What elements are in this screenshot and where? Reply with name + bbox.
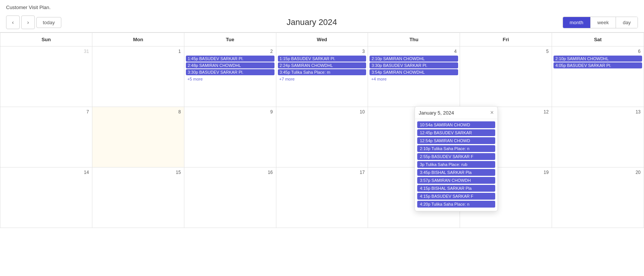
view-month-button[interactable]: month	[563, 17, 591, 28]
calendar-day-10[interactable]: 10	[276, 107, 368, 167]
popup-event-pill[interactable]: 4:20p Tulika Saha Place: n	[417, 201, 495, 208]
calendar-day-2[interactable]: 21:45p BASUDEV SARKAR Pl.2:48p SAMIRAN C…	[184, 47, 276, 107]
calendar-day-31[interactable]: 31	[0, 47, 92, 107]
event-pill[interactable]: 2:10p SAMIRAN CHOWDHL	[554, 56, 642, 62]
calendar-day-9[interactable]: 9	[184, 107, 276, 167]
calendar-week-1: 78910111213	[0, 107, 644, 167]
popup-close-button[interactable]: ×	[490, 110, 494, 116]
calendar-grid: SunMonTueWedThuFriSat 31121:45p BASUDEV …	[0, 33, 644, 228]
event-pill[interactable]: 1:45p BASUDEV SARKAR Pl.	[186, 56, 274, 62]
calendar-week-2: 14151617181920	[0, 167, 644, 228]
popup-event-pill[interactable]: 4:15p BISHAL SARKAR Pla	[417, 185, 495, 192]
popup-event-pill[interactable]: 3:57p SAMIRAN CHOWDH	[417, 177, 495, 184]
day-number: 4	[370, 48, 458, 56]
more-events-link[interactable]: +7 more	[278, 76, 366, 82]
calendar-day-14[interactable]: 14	[0, 167, 92, 228]
event-pill[interactable]: 2:10p SAMIRAN CHOWDHL	[370, 56, 458, 62]
event-pill[interactable]: 3:54p SAMIRAN CHOWDHL	[370, 69, 458, 75]
popup-date: January 5, 2024	[419, 110, 454, 116]
popup-event-pill[interactable]: 10:54a SAMIRAN CHOWD	[417, 121, 495, 128]
day-number: 3	[278, 48, 366, 56]
day-number: 2	[186, 48, 274, 56]
calendar-day-17[interactable]: 17	[276, 167, 368, 228]
popup-event-pill[interactable]: 2:55p BASUDEV SARKAR F	[417, 153, 495, 160]
view-week-button[interactable]: week	[591, 17, 616, 28]
page-title: Customer Visit Plan.	[0, 0, 644, 12]
view-day-button[interactable]: day	[616, 17, 638, 28]
day-number: 20	[554, 169, 642, 177]
more-events-link[interactable]: +5 more	[186, 76, 274, 82]
event-pill[interactable]: 4:05p BASUDEV SARKAR Pl.	[554, 62, 642, 68]
day-number: 8	[94, 109, 182, 116]
today-button[interactable]: today	[36, 17, 61, 28]
nav-buttons: ‹ › today	[6, 16, 61, 29]
day-header-mon: Mon	[92, 33, 184, 47]
day-header-sun: Sun	[0, 33, 92, 47]
popup-event-pill[interactable]: 2:10p Tulika Saha Place: n	[417, 145, 495, 152]
calendar-header: ‹ › today January 2024 month week day	[0, 12, 644, 33]
calendar-day-15[interactable]: 15	[92, 167, 184, 228]
day-number: 16	[186, 169, 274, 177]
day-header-wed: Wed	[276, 33, 368, 47]
more-events-link[interactable]: +4 more	[370, 76, 458, 82]
day-number: 1	[94, 48, 182, 56]
popup-event-pill[interactable]: 3:45p BISHAL SARKAR Pla	[417, 169, 495, 176]
event-pill[interactable]: 3:30p BASUDEV SARKAR Pl.	[186, 69, 274, 75]
calendar-day-4[interactable]: 42:10p SAMIRAN CHOWDHL3:30p BASUDEV SARK…	[368, 47, 460, 107]
popup-event-pill[interactable]: 12:45p BASUDEV SARKAR	[417, 129, 495, 136]
next-button[interactable]: ›	[21, 16, 35, 29]
popup-event-pill[interactable]: 3p Tulika Saha Place: rub	[417, 161, 495, 168]
day-number: 15	[94, 169, 182, 177]
popup-event-pill[interactable]: 12:54p SAMIRAN CHOWD	[417, 137, 495, 144]
calendar-wrapper: SunMonTueWedThuFriSat 31121:45p BASUDEV …	[0, 33, 644, 228]
day-number: 10	[278, 109, 366, 116]
event-pill[interactable]: 1:15p BASUDEV SARKAR Pl.	[278, 56, 366, 62]
calendar-day-6[interactable]: 62:10p SAMIRAN CHOWDHL4:05p BASUDEV SARK…	[552, 47, 644, 107]
calendar-day-8[interactable]: 8	[92, 107, 184, 167]
calendar-day-20[interactable]: 20	[552, 167, 644, 228]
view-buttons: month week day	[563, 17, 638, 28]
event-pill[interactable]: 2:48p SAMIRAN CHOWDHL	[186, 62, 274, 68]
calendar-title: January 2024	[287, 17, 337, 27]
calendar-day-7[interactable]: 7	[0, 107, 92, 167]
popup-event-pill[interactable]: 4:15p BASUDEV SARKAR F	[417, 193, 495, 200]
calendar-day-5[interactable]: 5	[460, 47, 552, 107]
day-number: 13	[554, 109, 642, 116]
day-number: 7	[2, 109, 90, 116]
event-pill[interactable]: 3:30p BASUDEV SARKAR Pl.	[370, 62, 458, 68]
popup-events: 10:54a SAMIRAN CHOWD12:45p BASUDEV SARKA…	[415, 119, 497, 211]
day-header-fri: Fri	[460, 33, 552, 47]
day-header-tue: Tue	[184, 33, 276, 47]
calendar-day-3[interactable]: 31:15p BASUDEV SARKAR Pl.2:24p SAMIRAN C…	[276, 47, 368, 107]
day-header-thu: Thu	[368, 33, 460, 47]
day-header-sat: Sat	[552, 33, 644, 47]
event-popup[interactable]: January 5, 2024 × 10:54a SAMIRAN CHOWD12…	[415, 106, 498, 211]
popup-header: January 5, 2024 ×	[415, 107, 497, 119]
calendar-day-13[interactable]: 13	[552, 107, 644, 167]
day-number: 5	[462, 48, 550, 56]
day-number: 31	[2, 48, 90, 56]
event-pill[interactable]: 3:45p Tulika Saha Place: m	[278, 69, 366, 75]
event-pill[interactable]: 2:24p SAMIRAN CHOWDHL	[278, 62, 366, 68]
calendar-day-16[interactable]: 16	[184, 167, 276, 228]
calendar-week-0: 31121:45p BASUDEV SARKAR Pl.2:48p SAMIRA…	[0, 47, 644, 107]
calendar-day-1[interactable]: 1	[92, 47, 184, 107]
day-number: 14	[2, 169, 90, 177]
day-number: 9	[186, 109, 274, 116]
prev-button[interactable]: ‹	[6, 16, 20, 29]
day-number: 17	[278, 169, 366, 177]
day-number: 6	[554, 48, 642, 56]
